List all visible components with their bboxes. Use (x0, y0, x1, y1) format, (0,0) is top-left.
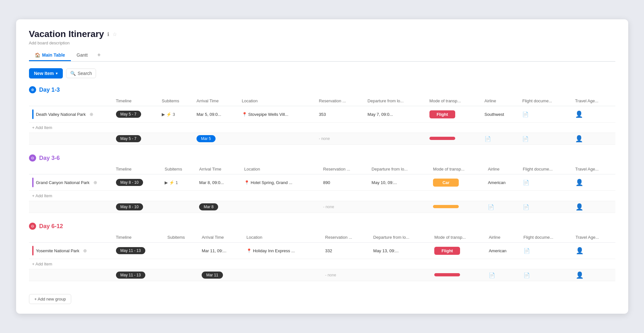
col-header-7: Airline (485, 232, 520, 243)
col-header-name (29, 232, 113, 243)
cell-mode[interactable]: Flight (426, 106, 481, 123)
cell-mode[interactable]: Flight (431, 243, 485, 259)
cell-departure[interactable]: May 13, 09:... (370, 243, 431, 259)
cell-travel-agent[interactable]: 👤 (572, 243, 615, 259)
cell-travel-agent[interactable]: 👤 (572, 174, 615, 191)
col-header-0: Timeline (113, 232, 164, 243)
summary-reservation: - none (322, 269, 370, 281)
col-header-5: Departure from lo... (364, 96, 426, 106)
expand-icon[interactable]: ▶ (165, 180, 168, 185)
add-item-row[interactable]: + Add Item (29, 123, 615, 133)
group-title-day3-6: Day 3-6 (39, 155, 60, 162)
add-item-label[interactable]: + Add Item (29, 259, 615, 269)
title-row: Vacation Itinerary ℹ ☆ (29, 29, 615, 39)
file-icon[interactable]: 📄 (523, 180, 529, 185)
file-icon[interactable]: 📄 (524, 248, 530, 254)
star-icon[interactable]: ☆ (112, 31, 117, 37)
new-item-label: New Item (34, 71, 54, 76)
user-avatar-icon[interactable]: 👤 (575, 179, 583, 186)
search-icon: 🔍 (70, 71, 76, 76)
table-row: Death Valley National Park⊕May 5 - 7▶ ⚡ … (29, 106, 615, 123)
mode-badge: Flight (429, 110, 455, 118)
cell-reservation[interactable]: 332 (322, 243, 370, 259)
tab-main-table[interactable]: 🏠 Main Table (29, 50, 71, 61)
user-avatar-icon[interactable]: 👤 (576, 247, 584, 254)
search-box[interactable]: 🔍 Search (66, 69, 96, 78)
summary-departure (370, 269, 431, 281)
cell-airline[interactable]: American (485, 174, 519, 191)
cell-departure[interactable]: May 10, 09:... (368, 174, 430, 191)
col-header-2: Arrival Time (198, 232, 243, 243)
cell-travel-agent[interactable]: 👤 (572, 106, 615, 123)
col-header-name (29, 164, 113, 174)
cell-reservation[interactable]: 353 (316, 106, 364, 123)
cell-reservation[interactable]: 890 (320, 174, 368, 191)
board-description[interactable]: Add board description (29, 41, 615, 45)
toolbar-row: New Item ▾ 🔍 Search (29, 68, 615, 79)
col-header-7: Airline (481, 96, 519, 106)
col-header-8: Flight docume... (520, 232, 572, 243)
expand-icon[interactable]: ▶ (162, 112, 165, 117)
tab-gantt[interactable]: Gantt (71, 50, 93, 61)
table-day6-12: TimelineSubitemsArrival TimeLocationRese… (29, 232, 615, 281)
cell-timeline[interactable]: May 11 - 13 (113, 243, 164, 259)
group-title-day6-12: Day 6-12 (39, 223, 63, 230)
add-item-row[interactable]: + Add Item (29, 259, 615, 269)
cell-subitems[interactable]: ▶ ⚡ 1 (161, 174, 196, 191)
table-row: Grand Canyon National Park⊕May 8 - 10▶ ⚡… (29, 174, 615, 191)
table-row: Yosemite National Park⊕May 11 - 13Mar 11… (29, 243, 615, 259)
info-icon[interactable]: ℹ (107, 31, 109, 37)
cell-flight-doc[interactable]: 📄 (519, 106, 572, 123)
col-header-1: Subitems (161, 164, 196, 174)
summary-name (29, 269, 113, 281)
summary-subitems (164, 269, 199, 281)
groups-container: ⊕Day 1-3TimelineSubitemsArrival TimeLoca… (29, 86, 615, 281)
cell-airline[interactable]: Southwest (481, 106, 519, 123)
cell-arrival-time[interactable]: Mar 11, 09:... (198, 243, 243, 259)
new-item-button[interactable]: New Item ▾ (29, 68, 63, 79)
cell-location[interactable]: 📍Stovepipe Wells Vill... (239, 106, 316, 123)
tab-add-button[interactable]: + (93, 49, 105, 61)
location-pin-icon: 📍 (246, 248, 252, 253)
cell-flight-doc[interactable]: 📄 (520, 174, 572, 191)
cell-timeline[interactable]: May 8 - 10 (113, 174, 161, 191)
add-item-label[interactable]: + Add Item (29, 191, 615, 201)
summary-departure (368, 201, 430, 213)
cell-airline[interactable]: American (485, 243, 520, 259)
summary-extra-2: 👤 (572, 269, 615, 281)
col-header-8: Flight docume... (520, 164, 572, 174)
group-title-day1-3: Day 1-3 (39, 87, 60, 93)
cell-flight-doc[interactable]: 📄 (520, 243, 572, 259)
add-item-label[interactable]: + Add Item (29, 123, 615, 133)
cell-subitems[interactable]: ▶ ⚡ 3 (159, 106, 193, 123)
cell-subitems[interactable] (164, 243, 199, 259)
group-header-day1-3: ⊕Day 1-3 (29, 86, 615, 93)
summary-mode (430, 201, 485, 213)
add-subitem-icon[interactable]: ⊕ (93, 180, 97, 185)
add-subitem-icon[interactable]: ⊕ (90, 112, 93, 117)
summary-file-icon: 📄 (524, 273, 530, 278)
add-group-button[interactable]: + Add new group (29, 294, 72, 304)
user-avatar-icon[interactable]: 👤 (575, 111, 583, 118)
page-title: Vacation Itinerary (29, 29, 104, 39)
cell-arrival-time[interactable]: Mar 8, 09:0... (196, 174, 241, 191)
cell-timeline[interactable]: May 5 - 7 (113, 106, 159, 123)
summary-location (241, 201, 320, 213)
file-icon[interactable]: 📄 (522, 112, 529, 117)
add-subitem-icon[interactable]: ⊕ (83, 248, 87, 253)
col-header-4: Reservation ... (316, 96, 364, 106)
cell-departure[interactable]: May 7, 09:0... (364, 106, 426, 123)
summary-file-icon: 📄 (489, 273, 495, 278)
group-day3-6: ⊖Day 3-6TimelineSubitemsArrival TimeLoca… (29, 154, 615, 213)
mode-badge: Car (433, 179, 459, 187)
col-header-3: Location (243, 232, 322, 243)
col-header-3: Location (239, 96, 316, 106)
cell-location[interactable]: 📍Holiday Inn Express ... (243, 243, 322, 259)
add-item-row[interactable]: + Add Item (29, 191, 615, 201)
cell-location[interactable]: 📍Hotel Spring, Grand ... (241, 174, 320, 191)
summary-mode (431, 269, 485, 281)
cell-arrival-time[interactable]: Mar 5, 09:0... (193, 106, 239, 123)
summary-extra-1: 📄 (519, 133, 572, 145)
col-header-5: Departure from lo... (368, 164, 430, 174)
cell-mode[interactable]: Car (430, 174, 485, 191)
